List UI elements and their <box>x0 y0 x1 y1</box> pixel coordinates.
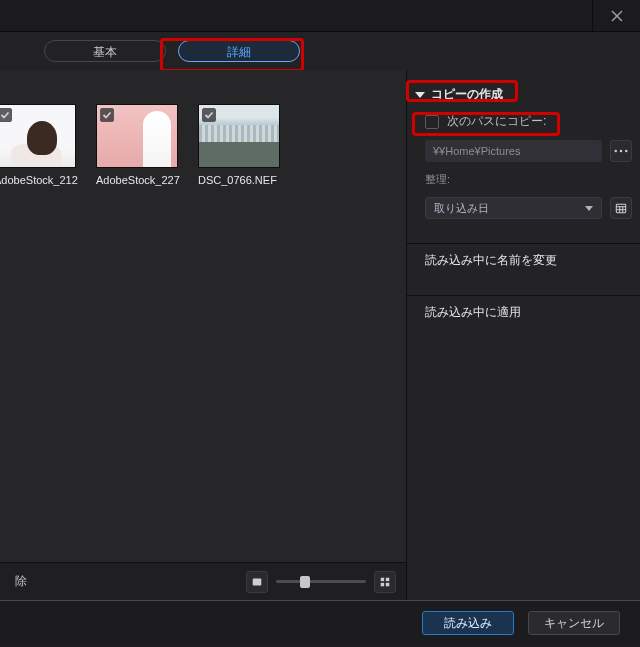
thumb-filename: DSC_0766.NEF <box>198 174 286 186</box>
browse-button[interactable] <box>610 140 632 162</box>
calendar-button[interactable] <box>610 197 632 219</box>
grid-icon <box>379 576 391 588</box>
svg-rect-6 <box>386 582 389 585</box>
thumbnail-image <box>198 104 280 168</box>
copy-to-checkbox[interactable] <box>425 115 439 129</box>
close-icon <box>610 9 624 23</box>
cancel-button[interactable]: キャンセル <box>528 611 620 635</box>
thumbnail-image <box>96 104 178 168</box>
svg-rect-5 <box>381 582 384 585</box>
thumb-checkbox[interactable] <box>0 108 12 122</box>
copy-to-row: 次のパスにコピー: <box>415 113 632 130</box>
thumb-filename: AdobeStock_212 <box>0 174 82 186</box>
svg-rect-4 <box>386 577 389 580</box>
svg-rect-10 <box>616 204 625 213</box>
svg-point-9 <box>625 150 627 152</box>
check-icon <box>102 110 112 120</box>
section-copy-create[interactable]: コピーの作成 <box>415 86 632 103</box>
thumb-checkbox[interactable] <box>100 108 114 122</box>
section-title: 読み込み中に名前を変更 <box>425 252 557 269</box>
svg-rect-2 <box>253 578 262 585</box>
organize-select[interactable]: 取り込み日 <box>425 197 602 219</box>
chevron-down-icon <box>585 206 593 211</box>
thumb-item[interactable]: DSC_0766.NEF <box>198 104 286 186</box>
thumb-item[interactable]: AdobeStock_227 <box>96 104 184 186</box>
view-single-icon[interactable] <box>246 571 268 593</box>
organize-value: 取り込み日 <box>434 201 489 216</box>
tab-detail[interactable]: 詳細 <box>178 40 300 62</box>
svg-point-8 <box>620 150 622 152</box>
thumb-filename: AdobeStock_227 <box>96 174 184 186</box>
thumb-item[interactable]: AdobeStock_212 <box>0 104 82 186</box>
options-pane: コピーの作成 次のパスにコピー: ¥¥Home¥Pictures 整理: 取り込… <box>406 70 640 600</box>
section-title: 読み込み中に適用 <box>425 304 521 321</box>
close-button[interactable] <box>592 0 640 31</box>
chevron-down-icon <box>415 92 425 98</box>
thumb-checkbox[interactable] <box>202 108 216 122</box>
section-title: コピーの作成 <box>431 86 503 103</box>
calendar-icon <box>615 202 627 214</box>
section-apply[interactable]: 読み込み中に適用 <box>407 295 640 329</box>
organize-label: 整理: <box>425 172 450 187</box>
rectangle-icon <box>251 576 263 588</box>
copy-path-field[interactable]: ¥¥Home¥Pictures <box>425 140 602 162</box>
slider-track <box>276 580 366 583</box>
dots-icon <box>614 149 628 153</box>
import-button[interactable]: 読み込み <box>422 611 514 635</box>
thumbnail-size-slider[interactable] <box>276 578 366 586</box>
tab-basic[interactable]: 基本 <box>44 40 166 62</box>
view-grid-icon[interactable] <box>374 571 396 593</box>
check-icon <box>0 110 10 120</box>
check-icon <box>204 110 214 120</box>
copy-to-label: 次のパスにコピー: <box>447 113 546 130</box>
thumbnail-pane: AdobeStock_212 AdobeStock_227 DSC_0766.N… <box>0 70 406 600</box>
svg-rect-3 <box>381 577 384 580</box>
svg-point-7 <box>615 150 617 152</box>
slider-handle[interactable] <box>300 576 310 588</box>
remove-button[interactable]: 除 <box>10 571 32 593</box>
thumbnail-image <box>0 104 76 168</box>
section-rename[interactable]: 読み込み中に名前を変更 <box>407 243 640 277</box>
